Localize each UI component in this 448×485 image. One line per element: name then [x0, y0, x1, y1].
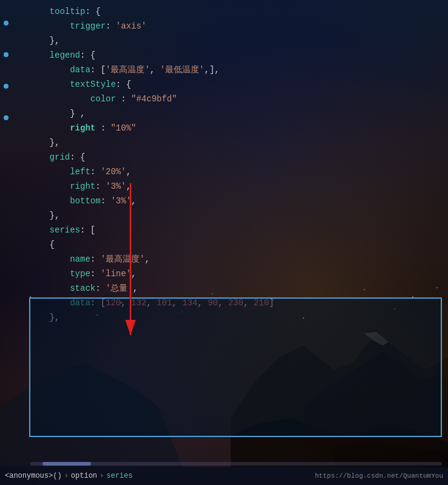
marker-dot-1: [4, 21, 8, 25]
breadcrumb-anonymous[interactable]: <anonymous>(): [5, 472, 62, 480]
code-line: name: '最高温度',: [0, 253, 448, 267]
code-line: data: ['最高温度', '最低温度',],: [0, 63, 448, 78]
svg-point-9: [97, 314, 98, 316]
breadcrumb-sep-2: ›: [100, 472, 104, 480]
code-line: textStyle: {: [0, 78, 448, 92]
svg-point-2: [121, 302, 122, 304]
svg-point-10: [182, 311, 183, 313]
breadcrumb-option[interactable]: option: [71, 472, 97, 480]
code-line: right: '3%',: [0, 180, 448, 194]
svg-point-7: [436, 287, 438, 288]
horizontal-scrollbar[interactable]: [30, 462, 442, 466]
code-line: bottom: '3%',: [0, 194, 448, 209]
breadcrumb: <anonymous>() › option › series: [5, 472, 132, 480]
code-line: },: [0, 209, 448, 223]
svg-point-1: [72, 290, 73, 291]
code-line: },: [0, 136, 448, 151]
marker-dot-4: [4, 115, 8, 120]
code-line: type: 'line',: [0, 267, 448, 282]
svg-point-12: [394, 308, 395, 310]
left-markers: [0, 0, 12, 467]
svg-point-3: [212, 293, 212, 294]
scrollbar-thumb[interactable]: [42, 462, 91, 466]
code-line: },: [0, 34, 448, 49]
landscape-silhouette: [0, 285, 448, 467]
code-line: grid: {: [0, 151, 448, 165]
code-line: left: '20%',: [0, 165, 448, 180]
breadcrumb-series[interactable]: series: [106, 472, 132, 480]
svg-point-8: [48, 321, 49, 321]
svg-point-6: [412, 296, 413, 297]
svg-point-11: [303, 317, 304, 319]
code-line: trigger: 'axis': [0, 19, 448, 34]
code-line: right : "10%": [0, 121, 448, 136]
code-line: tooltip: {: [0, 5, 448, 19]
svg-point-4: [273, 299, 274, 300]
code-line: series: [: [0, 223, 448, 238]
url-label: https://blog.csdn.net/QuantumYou: [315, 472, 443, 480]
bottom-bar: <anonymous>() › option › series https://…: [0, 467, 448, 485]
svg-point-5: [364, 289, 365, 290]
svg-point-0: [30, 296, 31, 297]
code-line: legend: {: [0, 49, 448, 63]
breadcrumb-sep-1: ›: [64, 472, 69, 480]
marker-dot-2: [4, 52, 8, 57]
marker-dot-3: [4, 84, 8, 89]
code-line: {: [0, 238, 448, 253]
code-line: } ,: [0, 107, 448, 121]
code-line: color : "#4c9bfd": [0, 92, 448, 107]
